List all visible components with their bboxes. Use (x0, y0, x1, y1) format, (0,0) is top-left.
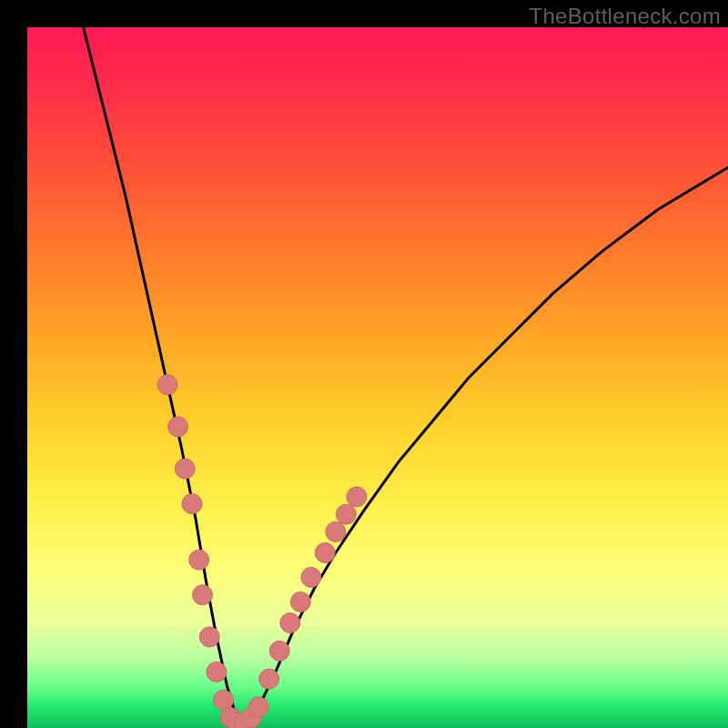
marker-dot (182, 494, 202, 514)
marker-dot (214, 690, 234, 710)
marker-dot (207, 662, 227, 682)
marker-dot (280, 613, 300, 633)
marker-dot (347, 487, 367, 507)
marker-dot (248, 697, 268, 717)
watermark-text: TheBottleneck.com (529, 4, 721, 29)
marker-dot (269, 641, 289, 661)
marker-dot (259, 669, 279, 689)
marker-dot (290, 592, 310, 612)
marker-dot (336, 504, 356, 524)
curve-svg (27, 27, 728, 728)
marker-dot (175, 459, 195, 479)
marker-dot (189, 550, 209, 570)
marker-group (157, 375, 367, 728)
plot-area (27, 27, 728, 728)
marker-dot (193, 585, 213, 605)
chart-frame: TheBottleneck.com (0, 0, 728, 728)
marker-dot (157, 375, 177, 395)
marker-dot (168, 417, 188, 437)
marker-dot (315, 543, 335, 563)
marker-dot (301, 567, 321, 587)
marker-dot (326, 521, 346, 541)
marker-dot (199, 627, 219, 647)
bottleneck-curve (84, 27, 728, 721)
